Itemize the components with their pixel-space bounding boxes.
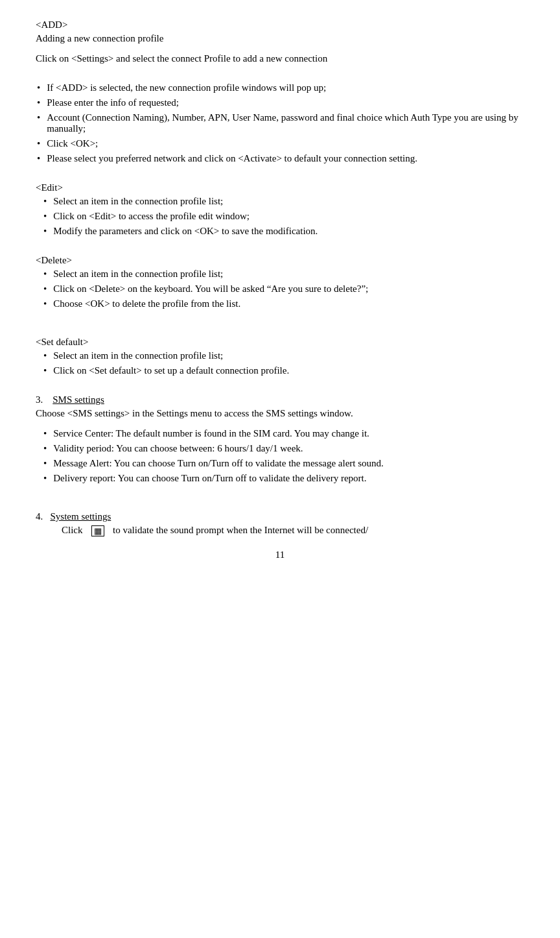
page-content: <ADD> Adding a new connection profile Cl… — [36, 19, 524, 560]
set-default-header: <Set default> — [36, 337, 524, 348]
add-header: <ADD> — [36, 19, 524, 30]
sms-title-text: SMS settings — [52, 394, 104, 405]
set-default-bullets: Select an item in the connection profile… — [36, 350, 524, 376]
page-number: 11 — [36, 549, 524, 560]
sms-number: 3. — [36, 394, 43, 405]
click-label: Click — [62, 525, 83, 535]
system-settings-section: 4. System settings Click ▦ to validate t… — [36, 511, 524, 536]
sound-icon: ▦ — [91, 525, 104, 537]
set-default-bullet-2: Click on <Set default> to set up a defau… — [36, 365, 524, 376]
add-section: <ADD> Adding a new connection profile Cl… — [36, 19, 524, 182]
add-intro: Click on <Settings> and select the conne… — [36, 53, 524, 64]
add-bullets: If <ADD> is selected, the new connection… — [36, 82, 524, 164]
sms-bullet-1: Service Center: The default number is fo… — [36, 428, 524, 439]
delete-bullets: Select an item in the connection profile… — [36, 269, 524, 309]
add-bullet-4: Click <OK>; — [36, 138, 524, 149]
edit-bullets: Select an item in the connection profile… — [36, 196, 524, 237]
sms-bullet-2: Validity period: You can choose between:… — [36, 443, 524, 454]
set-default-section: <Set default> Select an item in the conn… — [36, 337, 524, 394]
system-intro-text: Click ▦ to validate the sound prompt whe… — [62, 525, 524, 536]
sms-bullet-4: Delivery report: You can choose Turn on/… — [36, 473, 524, 484]
sms-settings-section: 3. SMS settings Choose <SMS settings> in… — [36, 394, 524, 502]
set-default-bullet-1: Select an item in the connection profile… — [36, 350, 524, 361]
edit-section: <Edit> Select an item in the connection … — [36, 182, 524, 255]
sms-bullet-3: Message Alert: You can choose Turn on/Tu… — [36, 458, 524, 469]
delete-bullet-1: Select an item in the connection profile… — [36, 269, 524, 280]
delete-bullet-2: Click on <Delete> on the keyboard. You w… — [36, 283, 524, 295]
add-bullet-5: Please select you preferred network and … — [36, 153, 524, 164]
system-number: 4. — [36, 511, 43, 522]
add-subtitle: Adding a new connection profile — [36, 33, 524, 44]
system-intro-block: Click ▦ to validate the sound prompt whe… — [36, 525, 524, 536]
edit-bullet-3: Modify the parameters and click on <OK> … — [36, 226, 524, 237]
add-bullet-1: If <ADD> is selected, the new connection… — [36, 82, 524, 93]
sms-title: 3. SMS settings — [36, 394, 524, 405]
system-title: 4. System settings — [36, 511, 524, 522]
system-intro-after: to validate the sound prompt when the In… — [113, 525, 368, 535]
delete-section: <Delete> Select an item in the connectio… — [36, 255, 524, 337]
add-bullet-2: Please enter the info of requested; — [36, 97, 524, 108]
edit-bullet-1: Select an item in the connection profile… — [36, 196, 524, 207]
edit-bullet-2: Click on <Edit> to access the profile ed… — [36, 211, 524, 222]
delete-header: <Delete> — [36, 255, 524, 266]
add-bullet-3: Account (Connection Naming), Number, APN… — [36, 112, 524, 134]
edit-header: <Edit> — [36, 182, 524, 193]
delete-bullet-3: Choose <OK> to delete the profile from t… — [36, 298, 524, 309]
sms-bullets: Service Center: The default number is fo… — [36, 428, 524, 484]
system-title-text: System settings — [51, 511, 111, 522]
sms-intro: Choose <SMS settings> in the Settings me… — [36, 408, 524, 419]
